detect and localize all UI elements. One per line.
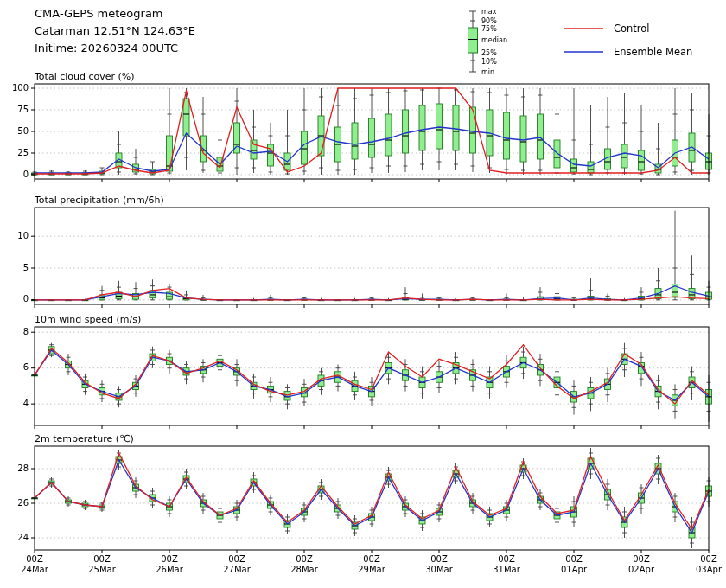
panel-title-temperature: 2m temperature (℃) — [35, 433, 134, 444]
legend-label-p90: 90% — [481, 17, 497, 25]
panel-title-cloud-cover: Total cloud cover (%) — [35, 71, 135, 82]
legend-label-p25: 25% — [481, 49, 497, 57]
legend-label-ensemble-mean: Ensemble Mean — [614, 46, 692, 58]
legend-label-max: max — [481, 8, 496, 16]
meteogram-canvas — [0, 0, 726, 588]
panel-title-wind-speed: 10m wind speed (m/s) — [35, 314, 141, 325]
legend-label-min: min — [481, 68, 494, 76]
legend-label-median: median — [481, 36, 507, 44]
init-time: Initime: 20260324 00UTC — [35, 40, 195, 57]
figure-title: CMA-GEPS meteogram — [35, 5, 195, 22]
station-location: Catarman 12.51°N 124.63°E — [35, 22, 195, 40]
legend-label-p10: 10% — [481, 58, 497, 66]
figure-header: CMA-GEPS meteogram Catarman 12.51°N 124.… — [35, 5, 195, 57]
panel-title-precipitation: Total precipitation (mm/6h) — [35, 195, 164, 206]
legend-label-control: Control — [614, 22, 650, 35]
legend-label-p75: 75% — [481, 25, 497, 33]
